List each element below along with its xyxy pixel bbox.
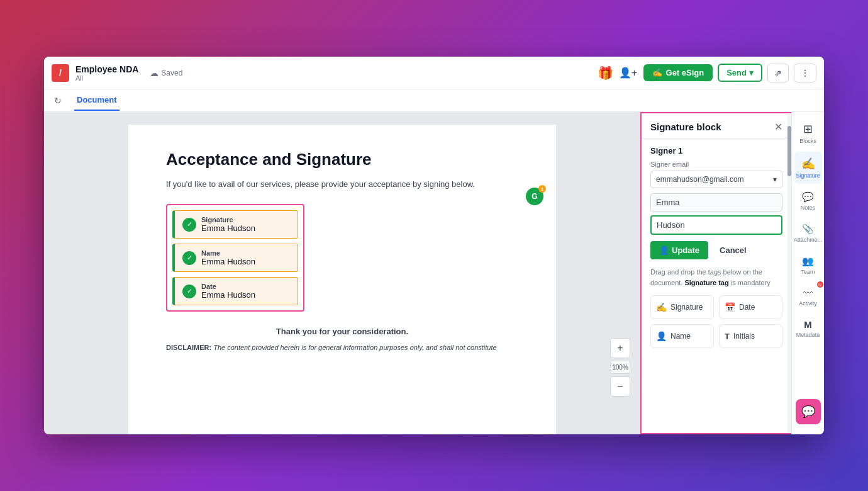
date-value: Emma Hudson <box>201 290 255 300</box>
panel-close-button[interactable]: ✕ <box>774 121 782 133</box>
panel-title: Signature block <box>650 121 721 132</box>
sidebar-item-activity[interactable]: 〰 N Activity <box>794 283 822 312</box>
sig-block-date: ✓ Date Emma Hudson <box>172 277 298 305</box>
doc-title-area: Employee NDA All <box>75 64 138 82</box>
notes-label: Notes <box>801 205 816 211</box>
tab-document[interactable]: Document <box>74 90 120 111</box>
more-options-button[interactable]: ⋮ <box>794 64 816 82</box>
signature-blocks-container: ✓ Signature Emma Hudson ✓ Name Emma Huds… <box>166 204 304 312</box>
last-name-input[interactable] <box>650 215 782 235</box>
doc-breadcrumb: All <box>75 74 138 82</box>
check-icon-name: ✓ <box>182 251 196 265</box>
date-label: Date <box>201 283 255 290</box>
sig-block-signature: ✓ Signature Emma Hudson <box>172 210 298 239</box>
date-tag-icon: 📅 <box>725 302 735 312</box>
main-content: Acceptance and Signature If you'd like t… <box>44 112 824 434</box>
panel-body: Signer 1 Signer email emmahudson@gmail.c… <box>642 138 791 433</box>
tag-name-label: Name <box>670 332 691 341</box>
tag-initials[interactable]: T Initials <box>719 324 782 348</box>
sidebar-item-attachment[interactable]: 📎 Attachme... <box>794 218 822 248</box>
chat-button[interactable]: 💬 <box>796 399 821 424</box>
blocks-icon: ⊞ <box>803 122 813 136</box>
sig-block-text-name: Name Emma Hudson <box>201 249 255 266</box>
tag-signature[interactable]: ✍ Signature <box>650 295 714 319</box>
tag-date-label: Date <box>739 303 755 312</box>
scrollbar-track <box>787 113 791 433</box>
doc-heading: Acceptance and Signature <box>166 150 518 169</box>
header-actions: 🎁 👤+ ✍ Get eSign Send ▾ ⇗ ⋮ <box>598 63 816 83</box>
first-name-input[interactable] <box>650 193 782 212</box>
zoom-in-button[interactable]: + <box>610 338 630 358</box>
refresh-button[interactable]: ↻ <box>52 93 64 108</box>
tag-name[interactable]: 👤 Name <box>650 324 714 348</box>
add-user-icon: 👤+ <box>619 67 637 79</box>
right-sidebar: ⊞ Blocks ✍ Signature 💬 Notes 📎 Attachme.… <box>791 112 824 434</box>
grammarly-icon: G 1 <box>526 188 543 205</box>
panel-header: Signature block ✕ <box>642 113 791 138</box>
sidebar-item-metadata[interactable]: M Metadata <box>794 314 822 343</box>
chat-icon: 💬 <box>801 405 815 419</box>
attachment-label: Attachme... <box>794 237 823 243</box>
grammarly-badge: 1 <box>538 185 546 193</box>
sidebar-item-notes[interactable]: 💬 Notes <box>794 186 822 216</box>
activity-badge: N <box>817 281 823 288</box>
cloud-icon: ☁ <box>150 68 159 78</box>
send-button[interactable]: Send ▾ <box>718 64 762 82</box>
sidebar-item-blocks[interactable]: ⊞ Blocks <box>794 117 822 149</box>
signature-tag-icon: ✍ <box>656 302 667 312</box>
gift-icon: 🎁 <box>598 65 613 81</box>
blocks-label: Blocks <box>799 138 816 144</box>
disclaimer-content: The content provided herein is for gener… <box>213 344 496 351</box>
tag-initials-label: Initials <box>733 332 755 341</box>
sig-tag-bold: Signature tag <box>684 279 728 286</box>
get-esign-button[interactable]: ✍ Get eSign <box>643 64 713 81</box>
share-icon: ⇗ <box>774 68 782 78</box>
zoom-out-button[interactable]: − <box>610 376 630 397</box>
signer-label: Signer 1 <box>650 146 782 155</box>
email-select[interactable]: emmahudson@gmail.com ▾ <box>650 171 782 188</box>
check-icon-signature: ✓ <box>182 218 196 232</box>
sidebar-item-team[interactable]: 👥 Team <box>794 251 822 280</box>
team-label: Team <box>801 269 815 275</box>
sig-label: Signature <box>201 216 255 223</box>
dropdown-arrow-icon: ▾ <box>773 175 777 184</box>
metadata-label: Metadata <box>796 332 820 338</box>
metadata-icon: M <box>804 319 812 330</box>
doc-area: Acceptance and Signature If you'd like t… <box>44 112 640 434</box>
sig-block-name: ✓ Name Emma Hudson <box>172 244 298 272</box>
notes-icon: 💬 <box>802 191 814 203</box>
app-logo: / <box>52 64 69 82</box>
share-button[interactable]: ⇗ <box>767 64 789 82</box>
check-icon-date: ✓ <box>182 285 196 298</box>
doc-intro: If you'd like to avail of our services, … <box>166 179 518 189</box>
tag-signature-label: Signature <box>670 303 703 312</box>
disclaimer-label: DISCLAIMER: <box>166 344 211 351</box>
scrollbar-thumb[interactable] <box>787 126 791 176</box>
esign-icon: ✍ <box>652 68 662 77</box>
sig-block-text-signature: Signature Emma Hudson <box>201 216 255 233</box>
email-value: emmahudson@gmail.com <box>656 175 744 184</box>
signature-sidebar-label: Signature <box>796 172 820 179</box>
drag-hint: Drag and drop the tags below on the docu… <box>650 267 782 288</box>
add-user-button[interactable]: 👤+ <box>618 63 638 83</box>
cancel-button[interactable]: Cancel <box>713 241 753 259</box>
attachment-icon: 📎 <box>802 223 814 235</box>
sig-block-text-date: Date Emma Hudson <box>201 283 255 300</box>
sidebar-item-signature[interactable]: ✍ Signature <box>794 152 822 184</box>
chevron-down-icon: ▾ <box>749 68 754 77</box>
zoom-controls: + 100% − <box>610 338 630 397</box>
tag-grid: ✍ Signature 📅 Date 👤 Name T Initials <box>650 295 782 348</box>
sub-header: ↻ Document <box>44 89 824 112</box>
name-value: Emma Hudson <box>201 257 255 266</box>
initials-tag-icon: T <box>725 332 730 341</box>
activity-icon: 〰 <box>803 288 813 298</box>
app-window: / Employee NDA All ☁ Saved 🎁 👤+ ✍ Get eS… <box>44 57 824 434</box>
name-tag-icon: 👤 <box>656 331 667 341</box>
update-button[interactable]: 👤 Update <box>650 241 708 259</box>
saved-badge: ☁ Saved <box>150 68 182 78</box>
doc-page: Acceptance and Signature If you'd like t… <box>128 125 556 434</box>
ellipsis-icon: ⋮ <box>801 68 810 78</box>
tag-date[interactable]: 📅 Date <box>719 295 782 319</box>
zoom-percentage: 100% <box>610 361 630 374</box>
doc-title: Employee NDA <box>75 64 138 74</box>
